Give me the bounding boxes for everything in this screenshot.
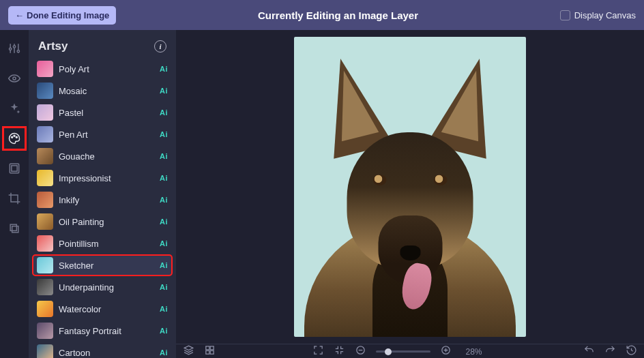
effect-thumbnail xyxy=(37,301,53,317)
display-canvas-toggle[interactable]: Display Canvas xyxy=(560,10,636,20)
effect-name: Fantasy Portrait xyxy=(59,326,154,336)
ai-badge: Ai xyxy=(160,130,168,138)
history-button[interactable] xyxy=(626,344,637,358)
effect-item[interactable]: UnderpaintingAi xyxy=(33,277,172,297)
effect-thumbnail xyxy=(37,61,53,77)
effect-thumbnail xyxy=(37,148,53,164)
effect-thumbnail xyxy=(37,279,53,295)
effect-thumbnail xyxy=(37,235,53,252)
effect-name: Poly Art xyxy=(59,64,154,74)
arrow-left-icon: ← xyxy=(15,10,24,20)
effect-thumbnail xyxy=(37,192,53,208)
sparkle-icon[interactable] xyxy=(5,100,23,117)
zoom-slider-handle[interactable] xyxy=(385,348,392,355)
ai-badge: Ai xyxy=(160,305,168,313)
ai-badge: Ai xyxy=(160,218,168,226)
effect-thumbnail xyxy=(37,126,53,143)
ai-badge: Ai xyxy=(160,239,168,248)
effect-name: Pointillism xyxy=(59,239,154,249)
effect-thumbnail xyxy=(37,213,53,230)
effect-name: Pastel xyxy=(59,108,154,118)
effect-item[interactable]: SketcherAi xyxy=(33,255,172,275)
effect-thumbnail xyxy=(37,104,53,121)
ai-badge: Ai xyxy=(160,87,168,95)
frame-icon[interactable] xyxy=(5,160,23,177)
redo-button[interactable] xyxy=(604,344,616,358)
svg-rect-13 xyxy=(206,350,209,354)
svg-point-6 xyxy=(16,136,17,138)
effects-panel: Artsy i Poly ArtAiMosaicAiPastelAiPen Ar… xyxy=(29,30,176,358)
effect-item[interactable]: Poly ArtAi xyxy=(33,59,172,79)
layers-icon[interactable] xyxy=(5,220,23,237)
adjust-icon[interactable] xyxy=(5,40,23,57)
effect-thumbnail xyxy=(37,83,53,99)
zoom-value: 28% xyxy=(465,347,482,357)
ai-badge: Ai xyxy=(160,152,168,160)
info-icon[interactable]: i xyxy=(154,40,166,53)
svg-point-0 xyxy=(10,48,12,50)
zoom-slider[interactable] xyxy=(376,350,430,353)
done-label: Done Editing Image xyxy=(27,10,109,20)
svg-rect-12 xyxy=(210,346,214,350)
effect-name: Mosaic xyxy=(59,86,154,96)
svg-rect-11 xyxy=(206,346,209,350)
effect-item[interactable]: Oil PaintingAi xyxy=(33,211,172,232)
grid-icon[interactable] xyxy=(204,344,216,358)
ai-badge: Ai xyxy=(160,327,168,335)
zoom-out-button[interactable] xyxy=(355,344,366,358)
effect-item[interactable]: CartoonAi xyxy=(33,342,172,358)
undo-button[interactable] xyxy=(583,344,595,358)
svg-point-5 xyxy=(14,135,15,136)
effect-name: Pen Art xyxy=(59,130,154,140)
effect-item[interactable]: Pen ArtAi xyxy=(33,124,172,145)
page-title: Currently Editing an Image Layer xyxy=(116,10,559,21)
panel-title: Artsy xyxy=(38,40,68,53)
ai-badge: Ai xyxy=(160,261,168,269)
effect-name: Underpainting xyxy=(59,282,154,293)
display-canvas-label: Display Canvas xyxy=(574,10,636,20)
eye-icon[interactable] xyxy=(5,70,23,87)
zoom-in-button[interactable] xyxy=(440,344,452,358)
bottom-bar: 28% xyxy=(176,344,644,358)
stack-icon[interactable] xyxy=(183,344,194,358)
effect-item[interactable]: Fantasy PortraitAi xyxy=(33,320,172,341)
effect-name: Sketcher xyxy=(59,260,154,271)
ai-badge: Ai xyxy=(160,196,168,204)
ai-badge: Ai xyxy=(160,108,168,117)
effect-name: Inkify xyxy=(59,195,154,205)
effect-item[interactable]: PointillismAi xyxy=(33,233,172,254)
effect-thumbnail xyxy=(37,170,53,186)
expand-icon[interactable] xyxy=(312,344,324,358)
effect-item[interactable]: ImpressionistAi xyxy=(33,168,172,188)
effect-item[interactable]: InkifyAi xyxy=(33,190,172,210)
effect-name: Oil Painting xyxy=(59,217,154,227)
tool-strip xyxy=(0,30,29,358)
effect-item[interactable]: GouacheAi xyxy=(33,146,172,166)
effect-thumbnail xyxy=(37,257,53,273)
ai-badge: Ai xyxy=(160,283,168,291)
canvas-viewport[interactable] xyxy=(176,30,644,344)
ai-badge: Ai xyxy=(160,348,168,357)
svg-point-2 xyxy=(17,50,19,53)
effect-item[interactable]: MosaicAi xyxy=(33,80,172,101)
panel-header: Artsy i xyxy=(29,30,176,59)
done-editing-button[interactable]: ← Done Editing Image xyxy=(8,6,116,25)
palette-icon[interactable] xyxy=(5,130,23,147)
ai-badge: Ai xyxy=(160,174,168,182)
crop-icon[interactable] xyxy=(5,190,23,207)
effect-item[interactable]: PastelAi xyxy=(33,102,172,123)
svg-point-1 xyxy=(13,46,15,48)
svg-rect-10 xyxy=(12,226,18,233)
header-bar: ← Done Editing Image Currently Editing a… xyxy=(0,0,644,30)
effect-thumbnail xyxy=(37,344,53,358)
svg-point-3 xyxy=(13,77,16,80)
svg-rect-9 xyxy=(10,224,16,230)
effects-list: Poly ArtAiMosaicAiPastelAiPen ArtAiGouac… xyxy=(29,59,176,358)
svg-rect-14 xyxy=(210,350,214,354)
effect-item[interactable]: WatercolorAi xyxy=(33,299,172,319)
canvas xyxy=(294,37,526,337)
svg-rect-8 xyxy=(12,166,17,171)
canvas-image xyxy=(297,57,523,337)
effect-name: Cartoon xyxy=(59,348,154,358)
collapse-icon[interactable] xyxy=(334,344,345,358)
